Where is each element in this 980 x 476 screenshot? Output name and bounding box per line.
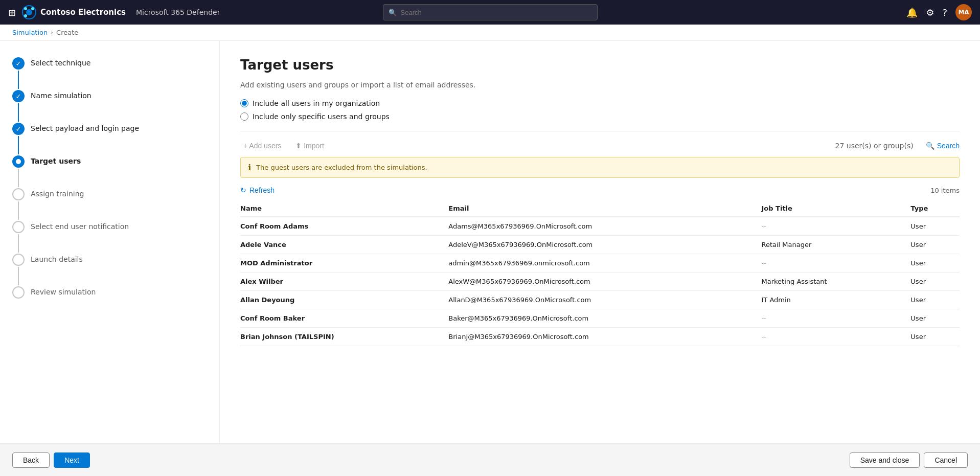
global-search[interactable]: 🔍: [383, 4, 598, 20]
step-circle-3: ✓: [12, 123, 25, 135]
col-type: Type: [910, 200, 960, 217]
table-row: Conf Room BakerBaker@M365x67936969.OnMic…: [240, 309, 960, 328]
col-job-title: Job Title: [761, 200, 910, 217]
svg-point-4: [24, 14, 27, 17]
bottom-bar: Back Next Save and close Cancel: [0, 443, 980, 476]
step-circle-5: [12, 188, 25, 200]
table-body: Conf Room AdamsAdams@M365x67936969.OnMic…: [240, 217, 960, 346]
col-email: Email: [448, 200, 761, 217]
app-name: Contoso Electronics: [40, 8, 126, 17]
cell-job-title: Marketing Assistant: [761, 273, 910, 291]
step-label-1: Select technique: [31, 57, 90, 69]
import-button[interactable]: ⬆ Import: [292, 140, 327, 152]
step-label-8: Review simulation: [31, 286, 96, 298]
cell-email: AlexW@M365x67936969.OnMicrosoft.com: [448, 273, 761, 291]
step-label-2: Name simulation: [31, 90, 92, 101]
step-line-6: [18, 234, 19, 253]
step-select-technique: ✓ Select technique: [12, 57, 207, 90]
step-label-4: Target users: [31, 155, 81, 167]
table-header: Name Email Job Title Type: [240, 200, 960, 217]
radio-specific-users[interactable]: Include only specific users and groups: [240, 112, 960, 121]
search-icon: 🔍: [926, 142, 935, 150]
breadcrumb-parent[interactable]: Simulation: [12, 29, 48, 36]
cell-email: AdeleV@M365x67936969.OnMicrosoft.com: [448, 236, 761, 254]
cell-type: User: [910, 254, 960, 273]
step-line-5: [18, 201, 19, 220]
step-circle-1: ✓: [12, 57, 25, 70]
breadcrumb-current: Create: [56, 29, 78, 36]
step-review-simulation: Review simulation: [12, 286, 207, 299]
svg-point-3: [31, 7, 34, 10]
users-toolbar: + Add users ⬆ Import 27 user(s) or group…: [240, 140, 960, 152]
topnav-actions: 🔔 ⚙ ? MA: [906, 4, 972, 20]
add-users-button[interactable]: + Add users: [240, 140, 284, 152]
app-logo: Contoso Electronics: [22, 5, 126, 19]
help-icon[interactable]: ?: [942, 7, 947, 18]
cell-email: Baker@M365x67936969.OnMicrosoft.com: [448, 309, 761, 328]
step-target-users: Target users: [12, 155, 207, 188]
table-row: Alex WilberAlexW@M365x67936969.OnMicroso…: [240, 273, 960, 291]
refresh-icon: ↻: [240, 186, 246, 194]
next-button[interactable]: Next: [54, 452, 90, 468]
breadcrumb-separator: ›: [51, 29, 53, 36]
cell-name: MOD Administrator: [240, 254, 448, 273]
section-divider: [240, 131, 960, 131]
cell-job-title: --: [761, 328, 910, 346]
cell-type: User: [910, 236, 960, 254]
step-end-user-notification: Select end user notification: [12, 221, 207, 254]
warning-banner: ℹ The guest users are excluded from the …: [240, 157, 960, 178]
cancel-button[interactable]: Cancel: [924, 452, 968, 468]
table-row: Adele VanceAdeleV@M365x67936969.OnMicros…: [240, 236, 960, 254]
step-circle-4: [12, 155, 25, 168]
cell-type: User: [910, 217, 960, 236]
product-name: Microsoft 365 Defender: [136, 8, 220, 16]
search-button-label: Search: [937, 142, 960, 150]
step-launch-details: Launch details: [12, 254, 207, 286]
breadcrumb: Simulation › Create: [0, 25, 980, 41]
cell-email: BrianJ@M365x67936969.OnMicrosoft.com: [448, 328, 761, 346]
radio-all-users-label: Include all users in my organization: [253, 99, 380, 107]
search-button[interactable]: 🔍 Search: [926, 142, 960, 150]
step-line-7: [18, 267, 19, 285]
search-icon: 🔍: [389, 9, 397, 16]
cell-email: AllanD@M365x67936969.OnMicrosoft.com: [448, 291, 761, 309]
notifications-icon[interactable]: 🔔: [906, 7, 918, 18]
settings-icon[interactable]: ⚙: [926, 7, 934, 18]
cell-job-title: --: [761, 254, 910, 273]
page-title: Target users: [240, 57, 960, 73]
avatar[interactable]: MA: [955, 4, 972, 20]
step-label-3: Select payload and login page: [31, 123, 139, 134]
stepper-sidebar: ✓ Select technique ✓ Name simulation ✓: [0, 41, 220, 473]
cell-email: Adams@M365x67936969.OnMicrosoft.com: [448, 217, 761, 236]
svg-point-1: [26, 9, 32, 15]
grid-icon[interactable]: ⊞: [8, 7, 16, 18]
step-name-simulation: ✓ Name simulation: [12, 90, 207, 123]
back-button[interactable]: Back: [12, 452, 50, 468]
refresh-row: ↻ Refresh 10 items: [240, 186, 960, 194]
cell-type: User: [910, 309, 960, 328]
cell-type: User: [910, 291, 960, 309]
refresh-label: Refresh: [249, 186, 275, 194]
save-close-button[interactable]: Save and close: [850, 452, 920, 468]
warning-icon: ℹ: [248, 163, 251, 172]
step-line-3: [18, 136, 19, 154]
cell-name: Allan Deyoung: [240, 291, 448, 309]
cell-name: Conf Room Baker: [240, 309, 448, 328]
warning-message: The guest users are excluded from the si…: [256, 164, 427, 171]
radio-all-users-input[interactable]: [240, 99, 248, 107]
step-assign-training: Assign training: [12, 188, 207, 221]
users-table: Name Email Job Title Type Conf Room Adam…: [240, 200, 960, 346]
refresh-button[interactable]: ↻ Refresh: [240, 186, 275, 194]
cell-job-title: --: [761, 309, 910, 328]
cell-name: Brian Johnson (TAILSPIN): [240, 328, 448, 346]
step-select-payload: ✓ Select payload and login page: [12, 123, 207, 155]
cell-type: User: [910, 273, 960, 291]
search-input[interactable]: [401, 9, 592, 16]
step-circle-6: [12, 221, 25, 233]
radio-all-users[interactable]: Include all users in my organization: [240, 99, 960, 107]
top-navigation: ⊞ Contoso Electronics Microsoft 365 Defe…: [0, 0, 980, 25]
step-circle-8: [12, 286, 25, 299]
col-name: Name: [240, 200, 448, 217]
radio-specific-users-input[interactable]: [240, 112, 248, 121]
cell-email: admin@M365x67936969.onmicrosoft.com: [448, 254, 761, 273]
